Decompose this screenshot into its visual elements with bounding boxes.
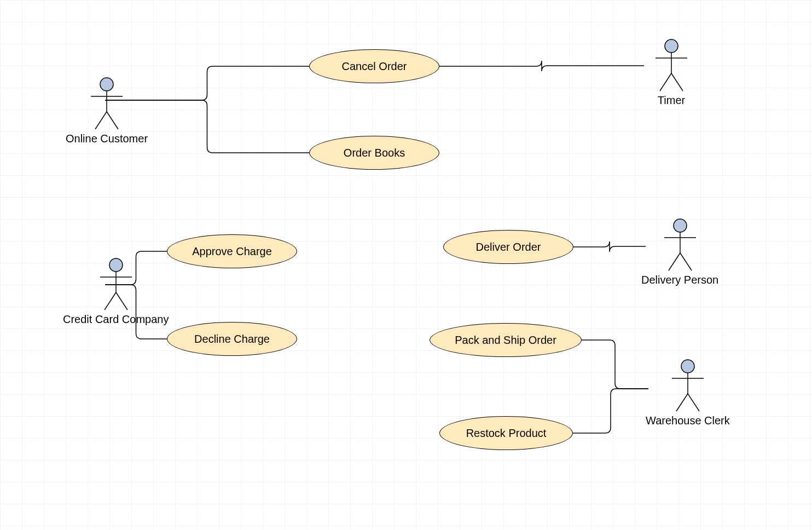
actor-label: Online Customer (66, 132, 148, 145)
usecase-label: Pack and Ship Order (455, 334, 556, 347)
usecase-label: Deliver Order (476, 241, 541, 254)
usecase-deliver-order: Deliver Order (443, 230, 573, 264)
usecase-label: Restock Product (466, 427, 547, 440)
actor-label: Delivery Person (641, 274, 718, 286)
usecase-approve-charge: Approve Charge (167, 234, 297, 268)
usecase-order-books: Order Books (309, 136, 439, 170)
usecase-label: Approve Charge (192, 245, 272, 258)
svg-line-19 (680, 253, 692, 270)
svg-point-10 (109, 258, 123, 272)
stick-figure-icon (652, 38, 691, 92)
actor-label: Credit Card Company (63, 313, 169, 326)
usecase-restock-product: Restock Product (439, 416, 573, 450)
association-line (439, 61, 644, 71)
actor-delivery-person: Delivery Person (641, 218, 718, 286)
usecase-label: Order Books (344, 147, 405, 159)
svg-point-15 (674, 219, 687, 232)
svg-line-13 (105, 292, 116, 310)
diagram-canvas: Online Customer Timer Credit Card Compan… (0, 0, 812, 530)
stick-figure-icon (97, 257, 135, 311)
actor-label: Warehouse Clerk (646, 414, 730, 427)
svg-line-23 (676, 394, 688, 411)
usecase-cancel-order: Cancel Order (309, 49, 439, 83)
stick-figure-icon (661, 218, 699, 272)
svg-line-14 (116, 292, 127, 310)
actor-warehouse-clerk: Warehouse Clerk (646, 359, 730, 427)
svg-point-20 (681, 360, 694, 373)
stick-figure-icon (88, 77, 126, 130)
svg-line-24 (688, 394, 699, 411)
svg-line-18 (669, 253, 680, 270)
svg-point-5 (665, 39, 678, 53)
association-line (573, 241, 646, 252)
stick-figure-icon (669, 359, 707, 412)
svg-line-8 (660, 73, 671, 91)
usecase-label: Cancel Order (342, 60, 407, 73)
svg-line-9 (671, 73, 683, 91)
svg-line-4 (107, 112, 118, 129)
usecase-pack-and-ship-order: Pack and Ship Order (430, 323, 582, 357)
association-line (573, 389, 648, 433)
actor-credit-card-company: Credit Card Company (63, 257, 169, 326)
actor-online-customer: Online Customer (66, 77, 148, 145)
actor-label: Timer (658, 94, 685, 107)
usecase-decline-charge: Decline Charge (167, 322, 297, 356)
usecase-label: Decline Charge (194, 333, 270, 345)
svg-point-0 (100, 78, 113, 91)
svg-line-3 (95, 112, 107, 129)
association-line (582, 340, 648, 389)
actor-timer: Timer (652, 38, 691, 107)
